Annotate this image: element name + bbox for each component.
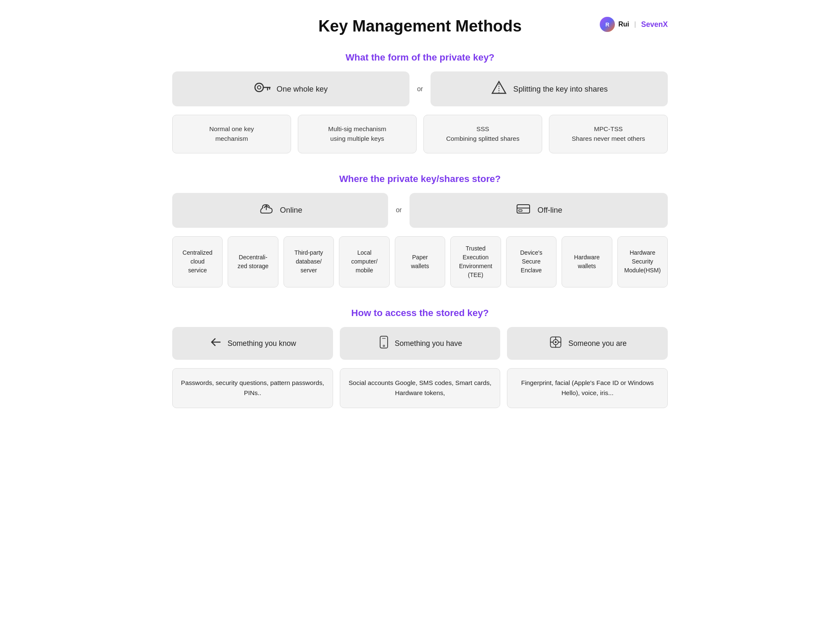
brand-area: R Rui | SevenX <box>600 17 668 32</box>
svg-point-0 <box>255 83 263 92</box>
store-paper: Paperwallets <box>395 236 445 287</box>
header: Key Management Methods R Rui | SevenX <box>172 17 668 35</box>
store-tee: TrustedExecutionEnvironment(TEE) <box>450 236 501 287</box>
sss-label: SSSCombining splitted shares <box>446 124 520 144</box>
brand-separator: | <box>634 21 636 28</box>
key-form-or-row: One whole key or Splitting the key into … <box>172 71 668 106</box>
brand-avatar: R <box>600 17 615 32</box>
store-local: Localcomputer/mobile <box>339 236 389 287</box>
one-whole-key-label: One whole key <box>277 84 328 94</box>
know-icon <box>209 335 223 351</box>
splitting-key-label: Splitting the key into shares <box>513 84 608 94</box>
sub-box-normal-key: Normal one keymechanism <box>172 115 291 153</box>
splitting-key-box: Splitting the key into shares <box>430 71 668 106</box>
split-icon <box>491 80 507 98</box>
one-whole-key-box: One whole key <box>172 71 410 106</box>
svg-marker-5 <box>492 82 506 93</box>
access-sub-know: Passwords, security questions, pattern p… <box>172 368 333 408</box>
svg-rect-13 <box>380 336 388 348</box>
are-icon <box>548 335 563 351</box>
svg-rect-11 <box>519 210 522 211</box>
offline-box: Off-line <box>410 193 668 228</box>
store-hardware-wallet: Hardwarewallets <box>562 236 612 287</box>
have-icon <box>378 335 390 351</box>
store-or-row: Online or Off-line <box>172 193 668 228</box>
access-have-box: Something you have <box>340 327 501 360</box>
mpc-tss-label: MPC-TSSShares never meet others <box>572 124 645 144</box>
sub-box-mpc-tss: MPC-TSSShares never meet others <box>549 115 668 153</box>
svg-point-1 <box>257 86 261 89</box>
multisig-label: Multi-sig mechanismusing multiple keys <box>328 124 386 144</box>
store-hsm: HardwareSecurityModule(HSM) <box>617 236 668 287</box>
svg-rect-9 <box>517 205 530 213</box>
access-sub-know-label: Passwords, security questions, pattern p… <box>181 379 324 396</box>
online-label: Online <box>280 206 302 215</box>
brand-seven: SevenX <box>641 20 668 29</box>
section1-title: What the form of the private key? <box>172 52 668 63</box>
section-key-store: Where the private key/shares store? Onli… <box>172 174 668 287</box>
svg-point-15 <box>383 345 385 347</box>
section2-title: Where the private key/shares store? <box>172 174 668 185</box>
access-know-label: Something you know <box>228 339 296 348</box>
access-are-box: Someone you are <box>507 327 668 360</box>
access-are-label: Someone you are <box>568 339 627 348</box>
access-sub-have-label: Social accounts Google, SMS codes, Smart… <box>349 379 491 396</box>
store-decentralized: Decentrali-zed storage <box>228 236 278 287</box>
sub-box-multisig: Multi-sig mechanismusing multiple keys <box>298 115 417 153</box>
access-know-box: Something you know <box>172 327 333 360</box>
offline-label: Off-line <box>538 206 562 215</box>
access-sub-are: Fingerprint, facial (Apple's Face ID or … <box>507 368 668 408</box>
key-icon <box>254 80 271 98</box>
sub-box-sss: SSSCombining splitted shares <box>423 115 542 153</box>
section3-title: How to access the stored key? <box>172 308 668 319</box>
or-label-2: or <box>393 206 404 214</box>
key-form-sub-row: Normal one keymechanism Multi-sig mechan… <box>172 115 668 153</box>
access-big-row: Something you know Something you have <box>172 327 668 360</box>
svg-point-18 <box>555 341 556 343</box>
access-have-label: Something you have <box>395 339 462 348</box>
normal-key-label: Normal one keymechanism <box>209 124 254 144</box>
access-sub-are-label: Fingerprint, facial (Apple's Face ID or … <box>521 379 654 396</box>
or-label-1: or <box>415 85 425 93</box>
access-sub-have: Social accounts Google, SMS codes, Smart… <box>340 368 501 408</box>
store-centralized: Centralizedcloudservice <box>172 236 223 287</box>
brand-name: Rui <box>618 21 629 28</box>
storage-sub-row: Centralizedcloudservice Decentrali-zed s… <box>172 236 668 287</box>
page-title: Key Management Methods <box>172 17 668 35</box>
online-box: Online <box>172 193 388 228</box>
store-thirdparty: Third-partydatabase/server <box>284 236 334 287</box>
store-secure-enclave: Device'sSecureEnclave <box>506 236 556 287</box>
section-key-form: What the form of the private key? One wh… <box>172 52 668 153</box>
section-access: How to access the stored key? Something … <box>172 308 668 408</box>
access-sub-row: Passwords, security questions, pattern p… <box>172 368 668 408</box>
offline-icon <box>515 201 532 219</box>
online-icon <box>258 201 274 219</box>
